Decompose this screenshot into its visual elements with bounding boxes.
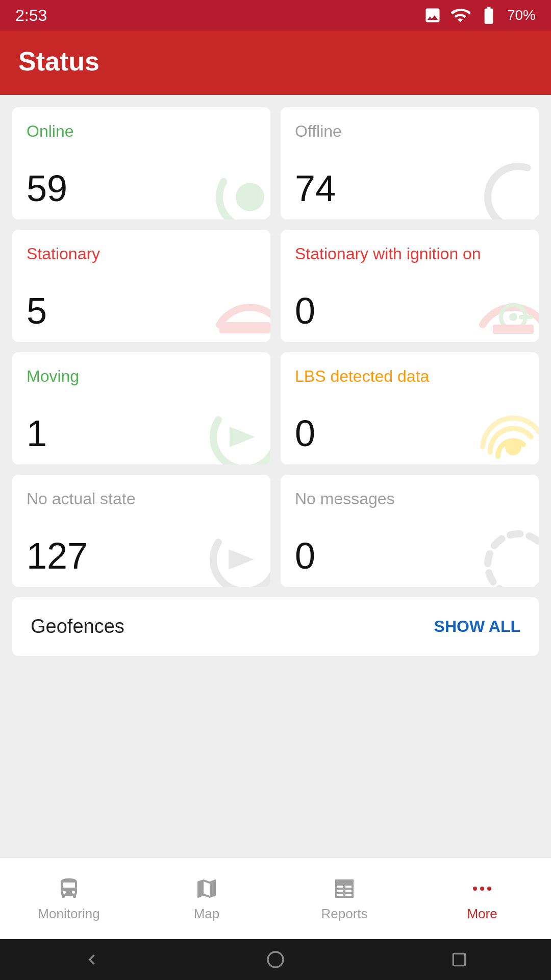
moving-icon <box>204 396 270 464</box>
card-no-state-label: No actual state <box>27 489 256 508</box>
card-moving-label: Moving <box>27 366 256 386</box>
card-moving[interactable]: Moving 1 <box>12 352 270 464</box>
show-all-button[interactable]: SHOW ALL <box>434 617 520 636</box>
card-no-state[interactable]: No actual state 127 <box>12 475 270 587</box>
card-stationary-label: Stationary <box>27 244 256 263</box>
online-icon <box>204 151 270 219</box>
photo-icon <box>423 6 442 24</box>
svg-rect-3 <box>219 322 270 333</box>
svg-point-14 <box>473 887 477 891</box>
svg-point-15 <box>480 887 484 891</box>
svg-point-10 <box>505 439 521 455</box>
card-online-label: Online <box>27 121 256 141</box>
recents-button[interactable] <box>444 944 474 975</box>
svg-point-13 <box>488 534 539 587</box>
nav-item-monitoring[interactable]: Monitoring <box>0 875 138 922</box>
svg-point-17 <box>268 952 283 967</box>
card-stationary-ignition[interactable]: Stationary with ignition on 0 <box>281 230 539 342</box>
lbs-icon <box>472 396 539 464</box>
geofences-card: Geofences SHOW ALL <box>12 597 539 656</box>
status-bar: 2:53 70% <box>0 0 551 31</box>
battery-percent: 70% <box>507 7 536 23</box>
nav-item-more[interactable]: More <box>413 875 551 922</box>
status-time: 2:53 <box>15 6 47 25</box>
card-stationary[interactable]: Stationary 5 <box>12 230 270 342</box>
stationary-icon <box>204 274 270 342</box>
no-state-icon <box>204 519 270 587</box>
svg-point-2 <box>488 166 539 219</box>
android-nav-bar <box>0 939 551 980</box>
wifi-icon <box>450 5 470 26</box>
nav-item-reports[interactable]: Reports <box>276 875 413 922</box>
map-icon <box>193 875 220 902</box>
card-stationary-ignition-label: Stationary with ignition on <box>295 244 524 263</box>
no-messages-icon <box>472 519 539 587</box>
monitoring-icon <box>56 875 82 902</box>
status-cards-grid: Online 59 Offline 74 Stationary 5 <box>12 107 539 587</box>
more-icon <box>469 875 495 902</box>
offline-icon <box>472 151 539 219</box>
card-lbs[interactable]: LBS detected data 0 <box>281 352 539 464</box>
svg-point-1 <box>236 183 264 211</box>
card-no-messages-label: No messages <box>295 489 524 508</box>
bottom-nav: Monitoring Map Reports More <box>0 857 551 939</box>
nav-label-map: Map <box>194 906 220 922</box>
card-online[interactable]: Online 59 <box>12 107 270 219</box>
back-button[interactable] <box>77 944 107 975</box>
svg-marker-9 <box>230 427 255 447</box>
card-offline[interactable]: Offline 74 <box>281 107 539 219</box>
svg-point-5 <box>509 313 517 321</box>
nav-label-reports: Reports <box>321 906 367 922</box>
reports-icon <box>331 875 358 902</box>
svg-point-16 <box>487 887 491 891</box>
home-button[interactable] <box>260 944 291 975</box>
battery-icon <box>479 5 499 26</box>
stationary-ignition-icon <box>472 274 539 342</box>
nav-label-more: More <box>467 906 497 922</box>
card-lbs-label: LBS detected data <box>295 366 524 386</box>
svg-marker-12 <box>229 549 254 570</box>
page-title: Status <box>18 46 533 77</box>
svg-rect-7 <box>493 325 534 334</box>
nav-item-map[interactable]: Map <box>138 875 276 922</box>
status-icons: 70% <box>423 5 536 26</box>
card-no-messages[interactable]: No messages 0 <box>281 475 539 587</box>
app-header: Status <box>0 31 551 95</box>
svg-rect-18 <box>453 953 465 965</box>
main-content: Online 59 Offline 74 Stationary 5 <box>0 95 551 857</box>
card-offline-label: Offline <box>295 121 524 141</box>
geofences-title: Geofences <box>31 616 124 638</box>
nav-label-monitoring: Monitoring <box>38 906 99 922</box>
